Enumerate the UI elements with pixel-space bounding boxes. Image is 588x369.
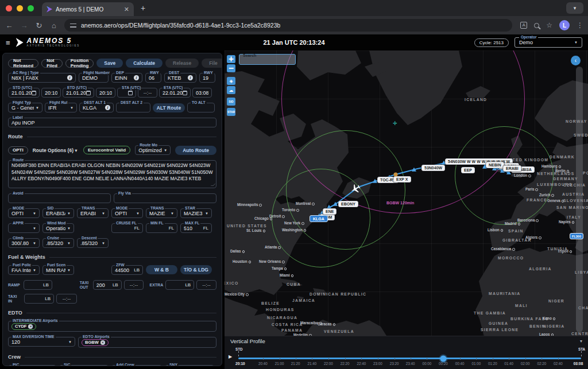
extra-time-field[interactable]: --:--	[196, 280, 216, 290]
collapse-chevron-icon[interactable]: ▾	[580, 339, 582, 344]
waypoint-label[interactable]: ERABI	[503, 165, 521, 172]
minimize-window-button[interactable]	[17, 5, 23, 11]
save-button[interactable]: Save	[96, 59, 123, 68]
route-map[interactable]: UNITED STATESMEXICOCUBAJAMAICADOMINICAN …	[225, 51, 588, 336]
close-window-button[interactable]	[6, 5, 12, 11]
remove-icon[interactable]: ✕	[28, 324, 33, 329]
maximize-window-button[interactable]	[28, 5, 34, 11]
to-ldg-button[interactable]: T/O & LDG	[180, 265, 212, 274]
flight-rules-select[interactable]: Flight Rul IFR ▼	[45, 103, 77, 112]
calendar-icon[interactable]	[128, 91, 133, 95]
collapse-panel-button[interactable]: ‹	[571, 56, 581, 65]
trans1-select[interactable]: TRANS ERABI ▼	[77, 208, 109, 218]
sid-select[interactable]: SID ERABI3A ▼	[42, 208, 74, 218]
flight-number-field[interactable]: Flight Number DEMO	[79, 73, 109, 83]
layers-icon[interactable]: ◈	[227, 77, 235, 85]
star-select[interactable]: STAR MAZIE3 ▼	[180, 208, 212, 218]
cruise-select[interactable]: Cruise .85/320 ▼	[42, 238, 74, 248]
time-slider-handle[interactable]	[440, 355, 447, 362]
translate-icon[interactable]: A	[520, 22, 527, 29]
dep-rwy-field[interactable]: RWY 06	[145, 73, 161, 83]
dest-alt1-field[interactable]: DEST ALT 1 KLGA i	[79, 103, 114, 112]
info-icon[interactable]: i	[67, 75, 72, 80]
waypoint-label[interactable]: ENE	[323, 208, 336, 215]
mode1-select[interactable]: MODE OPTI ▼	[8, 208, 40, 218]
etd-date-field[interactable]: ETD (UTC) 21.01.20	[63, 88, 94, 98]
max-fl-field[interactable]: MAX FL 510 FL	[180, 223, 212, 233]
forward-icon[interactable]: →	[20, 21, 29, 30]
min-fl-field[interactable]: MIN FL FL	[146, 223, 177, 233]
wind-mod-select[interactable]: Wind Mod Operation... ▼	[42, 223, 74, 233]
edto-airports-field[interactable]: EDTO Airports BGBW ✕	[78, 337, 216, 348]
back-icon[interactable]: ←	[5, 21, 14, 30]
alt-route-button[interactable]: ALT Route	[153, 103, 185, 112]
waypoint-label[interactable]: EXP X	[393, 176, 411, 182]
taxi-out-time-field[interactable]: --:--	[124, 280, 144, 290]
add-crew-field[interactable]: Add Crew	[111, 365, 162, 366]
bookmark-star-icon[interactable]: ☆	[546, 21, 552, 29]
address-bar[interactable]: anemos.aero/ops/DEM/flightplan/35fafcd0-…	[64, 19, 512, 32]
eta-date-field[interactable]: ETA (UTC) 22.01.20	[159, 88, 191, 98]
zfw-field[interactable]: ZFW 44500 LB	[111, 265, 143, 275]
waypoint-label[interactable]: EEP	[461, 167, 475, 173]
map-search-input[interactable]: Search	[239, 54, 296, 65]
browser-tab[interactable]: Anemos 5 | DEMO ✕	[42, 2, 134, 16]
calendar-icon[interactable]	[32, 91, 36, 95]
waypoint-label[interactable]: EBONY	[338, 201, 358, 207]
tab-search-chevron-icon[interactable]: ▾	[566, 2, 583, 14]
calendar-icon[interactable]	[183, 91, 187, 95]
eta-time-field[interactable]: 03:08	[192, 88, 212, 98]
new-tab-button[interactable]: +	[141, 3, 145, 13]
waypoint-label[interactable]: KLGA	[310, 215, 328, 222]
zoom-out-button[interactable]: −	[227, 64, 235, 72]
cruise-fl-field[interactable]: CRUISE FL FL	[111, 223, 143, 233]
status-chip-position[interactable]: Position Pending	[65, 59, 94, 68]
pic-field[interactable]: PIC	[8, 365, 56, 366]
sta-time-field[interactable]: --:--	[138, 88, 157, 98]
label-field[interactable]: Label Apu INOP	[8, 118, 216, 127]
resize-grip[interactable]	[211, 184, 215, 186]
sic-field[interactable]: SIC	[59, 365, 109, 366]
waypoint-label[interactable]: NEBIN	[486, 162, 504, 168]
climb-select[interactable]: Climb 300/.80 ▼	[8, 238, 40, 248]
fuel-policy-select[interactable]: Fuel Polic FAA Intern... ▼	[8, 265, 40, 275]
file-button[interactable]: File	[202, 59, 222, 68]
route-textarea[interactable]: Route N0498F380 EINN ERABI3A ERABI OLGON…	[8, 160, 216, 188]
info-icon[interactable]: i	[188, 75, 193, 80]
browser-menu-icon[interactable]: ⋮	[577, 21, 583, 29]
taxi-in-field[interactable]: LB	[24, 294, 54, 304]
descent-select[interactable]: Descent .85/320 ▼	[77, 238, 109, 248]
calculate-button[interactable]: Calculate	[126, 59, 163, 68]
release-button[interactable]: Release	[165, 59, 199, 68]
route-options-dropdown[interactable]: Route Options (6) ▾	[33, 147, 78, 153]
home-icon[interactable]: ⌂	[49, 21, 59, 30]
ramp-field[interactable]: LB	[24, 280, 52, 290]
reload-icon[interactable]: ↻	[34, 21, 44, 30]
hamburger-menu-icon[interactable]: ≡	[6, 38, 10, 47]
info-icon[interactable]: i	[134, 75, 139, 80]
weather-layer-icon[interactable]: ☁	[227, 86, 235, 94]
sta-date-field[interactable]: STA (UTC)	[117, 88, 136, 98]
sny-field[interactable]: SNY	[165, 365, 214, 366]
max-diversion-select[interactable]: MAX DIVERSION TIME 120 ▼	[8, 337, 75, 347]
etd-time-field[interactable]: 20:10	[96, 88, 115, 98]
intermediate-airport-chip[interactable]: CYDF ✕	[11, 323, 36, 330]
ac-reg-field[interactable]: AC Reg | Type N8X | FA8X i	[8, 73, 76, 83]
info-icon[interactable]: i	[105, 105, 110, 110]
wb-button[interactable]: W & B	[146, 265, 177, 274]
intermediate-airports-field[interactable]: INTERMEDIATE Airports CYDF ✕	[8, 321, 216, 332]
star-layer-button[interactable]: STAR	[227, 108, 235, 116]
dest-alt2-field[interactable]: DEST ALT 2	[116, 103, 150, 112]
flight-type-select[interactable]: Flight Typ G - Genera... ▼	[8, 103, 42, 112]
fuel-scenario-select[interactable]: Fuel Scen MIN RAMP ▼	[42, 265, 74, 275]
status-chip-released[interactable]: Not Released	[8, 59, 38, 68]
waypoint-label[interactable]: BGBW 120min	[386, 201, 414, 205]
route-mode-select[interactable]: Route Mo Optimized ▼	[135, 145, 171, 155]
remove-icon[interactable]: ✕	[100, 340, 105, 345]
mode2-select[interactable]: MODE OPTI ▼	[111, 208, 143, 218]
calendar-icon[interactable]	[86, 91, 91, 95]
play-button[interactable]: ▶	[229, 354, 232, 359]
waypoint-label[interactable]: 53N040W	[421, 165, 445, 171]
trans2-select[interactable]: TRANS MAZIE ▼	[146, 208, 177, 218]
extra-field[interactable]: LB	[165, 280, 194, 290]
